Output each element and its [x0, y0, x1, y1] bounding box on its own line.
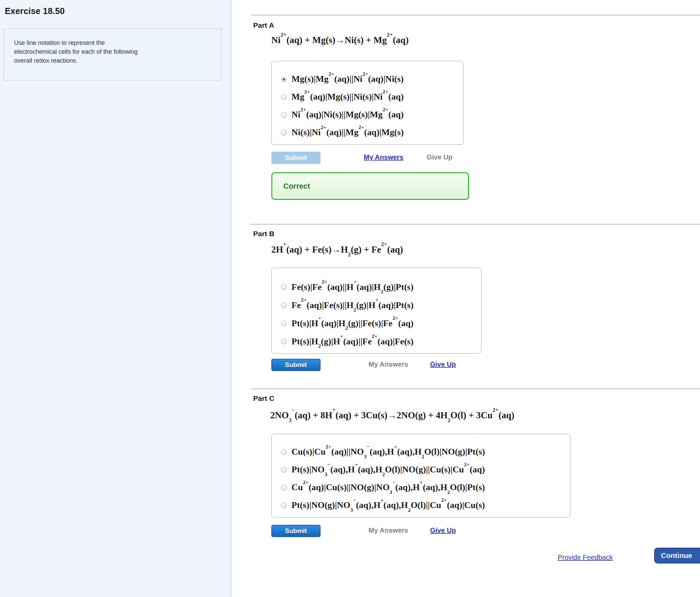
option-label: Cu2+(aq)|Cu(s)||NO(g)|NO3−(aq),H+(aq),H2… [291, 482, 485, 493]
instruction-text-line: Use line notation to represent the [14, 38, 215, 47]
radio-button[interactable] [281, 339, 287, 344]
radio-button[interactable] [281, 94, 287, 100]
option-label: Fe2+(aq)|Fe(s)||H2(g)|H+(aq)|Pt(s) [291, 300, 414, 310]
radio-option[interactable]: Pt(s)|NO(g)|NO3−(aq),H+(aq),H2O(l)||Cu2+… [272, 496, 570, 514]
section-divider [251, 389, 700, 389]
radio-button[interactable] [281, 449, 287, 455]
radio-button[interactable] [281, 467, 287, 473]
part-c-title: Part C [253, 394, 274, 403]
continue-button[interactable]: Continue [654, 548, 700, 563]
part-a-title: Part A [253, 21, 274, 29]
radio-option[interactable]: Cu2+(aq)|Cu(s)||NO(g)|NO3−(aq),H+(aq),H2… [272, 479, 570, 496]
radio-option[interactable]: Ni2+(aq)|Ni(s)||Mg(s)|Mg2+(aq) [272, 106, 463, 124]
page: Exercise 18.50 Use line notation to repr… [0, 0, 700, 597]
radio-button[interactable] [281, 302, 287, 308]
option-label: Cu(s)|Cu2+(aq)||NO3−(aq),H+(aq),H2O(l)|N… [291, 447, 485, 457]
my-answers-link[interactable]: My Answers [364, 153, 403, 161]
radio-button[interactable] [281, 112, 287, 118]
submit-button[interactable]: Submit [271, 359, 321, 371]
part-c-options-box: Cu(s)|Cu2+(aq)||NO3−(aq),H+(aq),H2O(l)|N… [271, 434, 570, 518]
part-a-options-box: Mg(s)|Mg2+(aq)||Ni2+(aq)|Ni(s) Mg2+(aq)|… [271, 61, 464, 145]
my-answers-link[interactable]: My Answers [368, 360, 408, 368]
sidebar: Exercise 18.50 Use line notation to repr… [0, 0, 231, 597]
option-label: Pt(s)|H+(aq)|H2(g)||Fe(s)|Fe2+(aq) [291, 318, 414, 329]
instruction-box: Use line notation to represent the elect… [3, 28, 222, 80]
part-a-reaction: Ni2+(aq) + Mg(s)→Ni(s) + Mg2+(aq) [271, 35, 409, 46]
option-label: Ni2+(aq)|Ni(s)||Mg(s)|Mg2+(aq) [291, 110, 404, 120]
part-b-options-box: Fe(s)|Fe2+(aq)||H+(aq)|H2(g)|Pt(s) Fe2+(… [271, 268, 481, 354]
option-label: Pt(s)|H2(g)|H+(aq)||Fe2+(aq)|Fe(s) [291, 336, 414, 347]
part-b-reaction: 2H+(aq) + Fe(s)→H2(g) + Fe2+(aq) [271, 244, 403, 255]
radio-button[interactable] [281, 130, 287, 136]
correct-feedback-banner: Correct [271, 172, 469, 200]
my-answers-link[interactable]: My Answers [368, 526, 408, 534]
give-up-link[interactable]: Give Up [430, 526, 456, 534]
radio-option[interactable]: Mg2+(aq)|Mg(s)||Ni(s)|Ni2+(aq) [272, 88, 463, 106]
option-label: Ni(s)|Ni2+(aq)||Mg2+(aq)|Mg(s) [291, 127, 404, 138]
radio-option[interactable]: Pt(s)|NO3−(aq),H+(aq),H2O(l)|NO(g)||Cu(s… [272, 461, 570, 479]
part-b-title: Part B [253, 230, 274, 238]
radio-button[interactable] [281, 76, 287, 82]
give-up-link[interactable]: Give Up [430, 360, 456, 368]
radio-option[interactable]: Pt(s)|H2(g)|H+(aq)||Fe2+(aq)|Fe(s) [272, 332, 481, 351]
exercise-title: Exercise 18.50 [5, 6, 65, 16]
radio-button[interactable] [281, 485, 287, 491]
part-c-reaction: 2NO3−(aq) + 8H+(aq) + 3Cu(s)→2NO(g) + 4H… [270, 410, 515, 421]
correct-label: Correct [283, 182, 310, 191]
radio-option[interactable]: Mg(s)|Mg2+(aq)||Ni2+(aq)|Ni(s) [272, 70, 463, 88]
radio-option[interactable]: Pt(s)|H+(aq)|H2(g)||Fe(s)|Fe2+(aq) [272, 314, 481, 332]
option-label: Pt(s)|NO3−(aq),H+(aq),H2O(l)|NO(g)||Cu(s… [291, 465, 485, 475]
submit-button[interactable]: Submit [271, 152, 321, 164]
instruction-text-line: overall redox reactions. [14, 56, 215, 65]
radio-option[interactable]: Fe(s)|Fe2+(aq)||H+(aq)|H2(g)|Pt(s) [272, 278, 481, 296]
radio-option[interactable]: Cu(s)|Cu2+(aq)||NO3−(aq),H+(aq),H2O(l)|N… [272, 443, 570, 461]
radio-button[interactable] [281, 320, 287, 326]
option-label: Mg(s)|Mg2+(aq)||Ni2+(aq)|Ni(s) [291, 74, 404, 84]
instruction-text-line: electrochemical cells for each of the fo… [14, 47, 215, 56]
provide-feedback-link[interactable]: Provide Feedback [558, 554, 613, 561]
option-label: Fe(s)|Fe2+(aq)||H+(aq)|H2(g)|Pt(s) [291, 282, 414, 292]
option-label: Pt(s)|NO(g)|NO3−(aq),H+(aq),H2O(l)||Cu2+… [291, 500, 485, 510]
give-up-link[interactable]: Give Up [427, 153, 453, 161]
radio-button[interactable] [281, 503, 287, 508]
section-divider [251, 15, 700, 15]
section-divider [251, 224, 700, 225]
option-label: Mg2+(aq)|Mg(s)||Ni(s)|Ni2+(aq) [291, 92, 404, 102]
submit-button[interactable]: Submit [271, 525, 321, 537]
radio-option[interactable]: Fe2+(aq)|Fe(s)||H2(g)|H+(aq)|Pt(s) [272, 296, 481, 314]
radio-option[interactable]: Ni(s)|Ni2+(aq)||Mg2+(aq)|Mg(s) [272, 124, 463, 141]
radio-button[interactable] [281, 284, 287, 290]
